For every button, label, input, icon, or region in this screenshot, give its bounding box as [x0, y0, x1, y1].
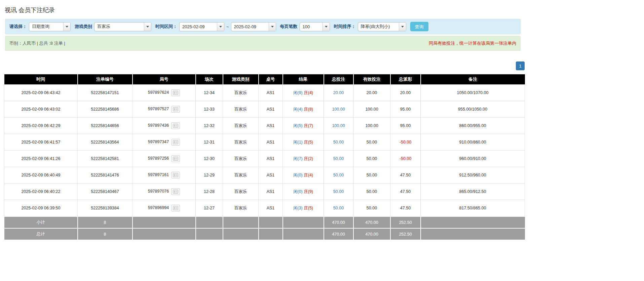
cell-session: 12-28 — [196, 184, 223, 200]
payout-value: 95.00 — [400, 107, 411, 112]
cell-time: 2025-02-09 06:39:50 — [4, 200, 78, 217]
footer-total-bet: 470.00 — [324, 228, 353, 240]
total-bet-link[interactable]: 50.00 — [333, 173, 344, 177]
cell-valid-bet: 50.00 — [353, 184, 390, 200]
total-bet-link[interactable]: 100.00 — [332, 123, 345, 128]
total-bet-link[interactable]: 50.00 — [333, 156, 344, 161]
cell-bet-id: 522258139384 — [78, 200, 132, 217]
chevron-down-icon[interactable] — [217, 23, 224, 31]
total-bet-link[interactable]: 20.00 — [333, 90, 344, 95]
round-replay-button[interactable] — [171, 155, 180, 162]
cell-table-number: AS1 — [259, 118, 283, 134]
cell-total-bet: 50.00 — [324, 134, 353, 151]
table-header-row: 时间注单编号局号场次游戏类别桌号结果总投注有效投注总派彩备注 — [4, 74, 525, 85]
round-replay-button[interactable] — [171, 122, 180, 129]
replay-cards-icon — [173, 190, 178, 194]
total-bet-link[interactable]: 50.00 — [333, 140, 344, 145]
time-sort-value: 降幂(由大到小) — [358, 23, 399, 31]
column-header: 备注 — [421, 74, 525, 85]
cell-game-type: 百家乐 — [223, 134, 259, 151]
column-header: 场次 — [196, 74, 223, 85]
cell-result: 闲(9) 庄(4) — [283, 85, 324, 101]
cell-payout: 47.50 — [390, 200, 421, 217]
table-row: 2025-02-09 06:43:42522258147151597897624… — [4, 85, 525, 101]
result-banker: 庄(2) — [304, 156, 313, 161]
round-id-text: 597897624 — [148, 90, 169, 95]
cell-session: 12-31 — [196, 134, 223, 151]
chevron-down-icon[interactable] — [269, 23, 276, 31]
summary-text: 币别：人民币 | 总共 :8 注单 | — [9, 40, 65, 46]
total-bet-link[interactable]: 50.00 — [333, 206, 344, 210]
bet-records-table: 时间注单编号局号场次游戏类别桌号结果总投注有效投注总派彩备注 2025-02-0… — [4, 74, 525, 240]
chevron-down-icon[interactable] — [144, 23, 151, 31]
result-player: 闲(0) — [293, 189, 303, 194]
date-from-picker[interactable]: 2025-02-09 — [179, 22, 224, 31]
round-id-text: 597897527 — [148, 107, 169, 111]
notice-text: 同局有效投注，统一计算在该局第一张注单内 — [429, 40, 516, 46]
column-header: 结果 — [283, 74, 324, 85]
cell-time: 2025-02-09 06:40:22 — [4, 184, 78, 200]
total-bet-link[interactable]: 50.00 — [333, 189, 344, 194]
replay-cards-icon — [173, 206, 178, 210]
round-replay-button[interactable] — [171, 188, 180, 195]
table-summary-row: 总计8470.00470.00252.50 — [4, 228, 525, 240]
payout-value: 20.00 — [400, 90, 411, 95]
chevron-down-icon[interactable] — [323, 23, 330, 31]
time-sort-dropdown[interactable]: 降幂(由大到小) — [358, 22, 406, 31]
column-header: 局号 — [132, 74, 196, 85]
footer-count: 8 — [78, 228, 132, 240]
cell-note: 960.00/910.00 — [421, 151, 525, 167]
round-replay-button[interactable] — [171, 172, 180, 178]
cell-time: 2025-02-09 06:43:02 — [4, 101, 78, 118]
cell-session: 12-32 — [196, 118, 223, 134]
cell-time: 2025-02-09 06:43:42 — [4, 85, 78, 101]
round-id-text: 597897076 — [148, 189, 169, 194]
table-row: 2025-02-09 06:40:49522258141476597897161… — [4, 167, 525, 184]
cell-valid-bet: 100.00 — [353, 101, 390, 118]
page-button-1[interactable]: 1 — [516, 62, 525, 70]
cell-payout: 95.00 — [390, 118, 421, 134]
query-type-dropdown[interactable]: 日期查询 — [29, 22, 71, 31]
table-row: 2025-02-09 06:43:02522258145686597897527… — [4, 101, 525, 118]
column-header: 时间 — [4, 74, 78, 85]
round-replay-button[interactable] — [171, 89, 180, 96]
cell-game-type: 百家乐 — [223, 151, 259, 167]
table-row: 2025-02-09 06:40:22522258140467597897076… — [4, 184, 525, 200]
column-header: 桌号 — [259, 74, 283, 85]
cell-total-bet: 50.00 — [324, 151, 353, 167]
cell-note: 910.00/860.00 — [421, 134, 525, 151]
page: 视讯 会员下注纪录 请选择： 日期查询 游戏类别 百家乐 时间区间： 2025-… — [0, 0, 525, 240]
replay-cards-icon — [173, 124, 178, 128]
query-type-label: 请选择： — [9, 24, 27, 30]
total-bet-link[interactable]: 100.00 — [332, 107, 345, 112]
payout-value: 95.00 — [400, 123, 411, 128]
game-type-dropdown[interactable]: 百家乐 — [94, 22, 151, 31]
cell-table-number: AS1 — [259, 200, 283, 217]
game-type-label: 游戏类别 — [75, 24, 92, 30]
payout-value: 47.50 — [400, 189, 411, 194]
cell-result: 闲(4) 庄(8) — [283, 101, 324, 118]
cell-note: 955.00/1050.00 — [421, 101, 525, 118]
cell-session: 12-29 — [196, 167, 223, 184]
result-banker: 庄(5) — [304, 140, 313, 145]
page-size-dropdown[interactable]: 100 — [300, 22, 330, 31]
result-player: 闲(3) — [293, 206, 303, 210]
round-replay-button[interactable] — [171, 106, 180, 113]
round-replay-button[interactable] — [171, 139, 180, 146]
cell-round-id: 597896994 — [132, 200, 196, 217]
pagination: 1 — [4, 62, 525, 70]
cell-payout: 47.50 — [390, 167, 421, 184]
round-replay-button[interactable] — [171, 205, 180, 211]
footer-payout: 252.50 — [390, 228, 421, 240]
chevron-down-icon[interactable] — [63, 23, 70, 31]
cell-table-number: AS1 — [259, 184, 283, 200]
chevron-down-icon[interactable] — [399, 23, 406, 31]
query-button[interactable]: 查询 — [410, 22, 428, 31]
column-header: 有效投注 — [353, 74, 390, 85]
date-to-picker[interactable]: 2025-02-09 — [231, 22, 276, 31]
payout-value: 47.50 — [400, 173, 411, 177]
date-to-value: 2025-02-09 — [231, 23, 269, 31]
time-sort-label: 时间排序： — [334, 24, 356, 30]
info-bar: 币别：人民币 | 总共 :8 注单 | 同局有效投注，统一计算在该局第一张注单内 — [5, 36, 521, 51]
result-player: 闲(0) — [293, 173, 303, 177]
